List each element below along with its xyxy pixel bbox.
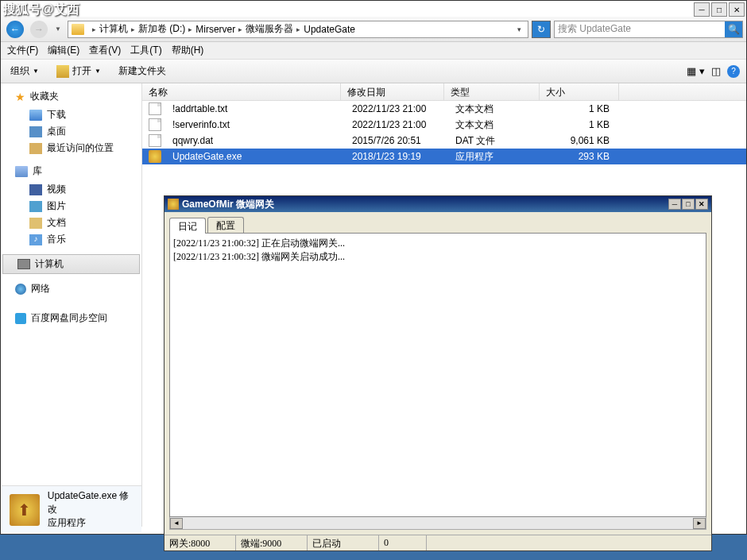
libraries-header[interactable]: 库: [1, 163, 141, 181]
popup-title-text: GameOfMir 微端网关: [182, 198, 274, 211]
crumb-updategate[interactable]: UpdateGate: [304, 24, 355, 35]
forward-button[interactable]: →: [28, 19, 50, 40]
watermark-text: 搜狐号@艾西: [0, 0, 83, 20]
search-placeholder: 搜索 UpdateGate: [558, 22, 631, 36]
status-gate: 网关:8000: [164, 535, 236, 550]
gameofmir-window: GameOfMir 微端网关 ─ □ ✕ 日记 配置 [2022/11/23 2…: [164, 195, 712, 551]
music-icon: ♪: [29, 234, 42, 245]
file-row[interactable]: UpdateGate.exe 2018/1/23 19:19 应用程序 293 …: [142, 149, 746, 164]
popup-tabs: 日记 配置: [169, 217, 706, 233]
details-filename: UpdateGate.exe: [48, 490, 117, 501]
view-mode-icon[interactable]: ▦ ▾: [687, 65, 705, 77]
menu-view[interactable]: 查看(V): [89, 44, 121, 57]
picture-icon: [29, 201, 42, 212]
new-folder-button[interactable]: 新建文件夹: [115, 64, 169, 78]
computer-icon: [17, 259, 30, 269]
organize-button[interactable]: 组织 ▼: [7, 64, 42, 78]
popup-titlebar[interactable]: GameOfMir 微端网关 ─ □ ✕: [164, 196, 711, 212]
help-icon[interactable]: ?: [727, 65, 740, 78]
details-exe-icon: ⬆: [10, 494, 40, 526]
crumb-microserver[interactable]: 微端服务器: [246, 22, 293, 36]
preview-pane-icon[interactable]: ◫: [711, 65, 721, 77]
sidebar-baidu[interactable]: 百度网盘同步空间: [1, 310, 141, 328]
status-count: 0: [379, 535, 427, 550]
downloads-icon: [29, 110, 42, 121]
network-icon: [15, 284, 26, 295]
sidebar-documents[interactable]: 文档: [1, 214, 141, 231]
folder-icon: [72, 24, 84, 35]
tab-log[interactable]: 日记: [169, 218, 206, 234]
scroll-right-icon[interactable]: ►: [693, 518, 706, 529]
popup-maximize-button[interactable]: □: [682, 199, 695, 210]
back-button[interactable]: ←: [4, 19, 26, 40]
col-size[interactable]: 大小: [540, 83, 619, 100]
popup-close-button[interactable]: ✕: [695, 199, 708, 210]
video-icon: [29, 184, 42, 195]
scroll-left-icon[interactable]: ◄: [170, 518, 183, 529]
window-controls: ─ □ ✕: [692, 2, 745, 17]
star-icon: ★: [15, 91, 25, 103]
sidebar-downloads[interactable]: 下载: [1, 106, 141, 123]
menu-bar: 文件(F) 编辑(E) 查看(V) 工具(T) 帮助(H): [1, 42, 746, 60]
tab-config[interactable]: 配置: [207, 217, 244, 233]
open-button[interactable]: 打开 ▼: [53, 64, 104, 78]
favorites-header[interactable]: ★收藏夹: [1, 88, 141, 106]
refresh-button[interactable]: ↻: [532, 21, 551, 38]
document-icon: [29, 218, 42, 229]
file-icon: [149, 134, 161, 147]
details-pane: ⬆ UpdateGate.exe 修改 应用程序: [2, 485, 141, 533]
sidebar-network[interactable]: 网络: [1, 280, 141, 299]
column-headers: 名称 修改日期 类型 大小: [142, 83, 746, 101]
address-bar[interactable]: ▸计算机 ▸新加卷 (D:) ▸Mirserver ▸微端服务器 ▸Update…: [68, 21, 528, 38]
col-name[interactable]: 名称: [142, 83, 341, 100]
menu-edit[interactable]: 编辑(E): [48, 44, 79, 57]
library-icon: [15, 166, 28, 177]
sidebar-desktop[interactable]: 桌面: [1, 123, 141, 140]
file-row[interactable]: qqwry.dat 2015/7/26 20:51 DAT 文件 9,061 K…: [142, 133, 746, 149]
horizontal-scrollbar[interactable]: ◄ ►: [169, 517, 706, 530]
menu-help[interactable]: 帮助(H): [172, 44, 204, 57]
file-row[interactable]: !serverinfo.txt 2022/11/23 21:00 文本文档 1 …: [142, 117, 746, 133]
col-date[interactable]: 修改日期: [341, 83, 444, 100]
close-button[interactable]: ✕: [729, 2, 745, 17]
recent-icon: [29, 143, 42, 154]
menu-file[interactable]: 文件(F): [7, 44, 38, 57]
crumb-drive[interactable]: 新加卷 (D:): [138, 22, 185, 36]
crumb-mirserver[interactable]: Mirserver: [195, 24, 235, 35]
file-row[interactable]: !addrtable.txt 2022/11/23 21:00 文本文档 1 K…: [142, 101, 746, 117]
toolbar: 组织 ▼ 打开 ▼ 新建文件夹 ▦ ▾ ◫ ?: [1, 60, 746, 83]
menu-tools[interactable]: 工具(T): [130, 44, 161, 57]
popup-minimize-button[interactable]: ─: [668, 199, 681, 210]
file-icon: [149, 102, 161, 115]
col-type[interactable]: 类型: [444, 83, 540, 100]
file-icon: [149, 150, 161, 163]
sidebar-recent[interactable]: 最近访问的位置: [1, 140, 141, 156]
desktop-icon: [29, 126, 42, 137]
log-textarea[interactable]: [2022/11/23 21:00:32] 正在启动微端网关... [2022/…: [169, 233, 706, 517]
sidebar-computer[interactable]: 计算机: [2, 254, 140, 274]
popup-app-icon: [168, 199, 179, 210]
popup-statusbar: 网关:8000 微端:9000 已启动 0: [164, 535, 711, 550]
details-filetype: 应用程序: [48, 516, 134, 530]
maximize-button[interactable]: □: [711, 2, 727, 17]
history-dropdown-icon[interactable]: ▼: [55, 25, 61, 33]
sidebar-music[interactable]: ♪音乐: [1, 231, 141, 248]
navigation-bar: ← → ▼ ▸计算机 ▸新加卷 (D:) ▸Mirserver ▸微端服务器 ▸…: [1, 17, 746, 42]
minimize-button[interactable]: ─: [694, 2, 710, 17]
status-micro: 微端:9000: [236, 535, 308, 550]
file-icon: [149, 118, 161, 131]
crumb-computer[interactable]: 计算机: [99, 22, 128, 36]
sidebar-videos[interactable]: 视频: [1, 181, 141, 198]
sidebar-pictures[interactable]: 图片: [1, 198, 141, 214]
search-go-button[interactable]: 🔍: [725, 21, 742, 37]
search-input[interactable]: 搜索 UpdateGate 🔍: [554, 21, 743, 38]
status-state: 已启动: [308, 535, 379, 550]
cloud-icon: [15, 313, 26, 324]
sidebar: ★收藏夹 下载 桌面 最近访问的位置 库 视频 图片 文档 ♪音乐 计算机 网络…: [1, 83, 142, 527]
